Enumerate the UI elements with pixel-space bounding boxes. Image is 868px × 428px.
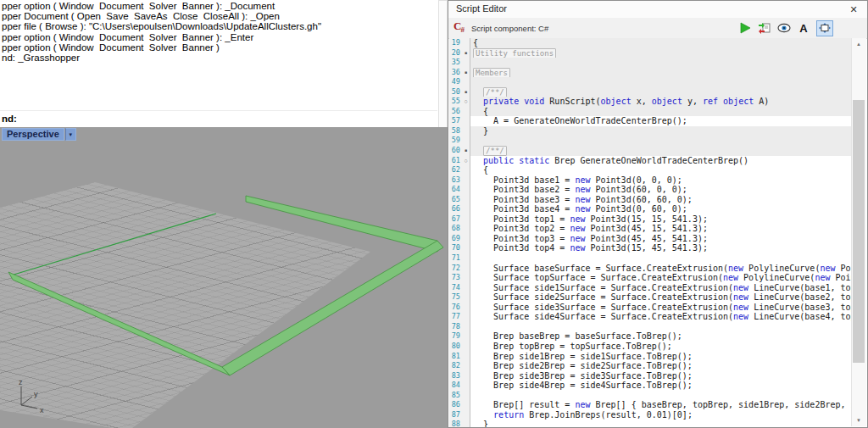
- code-line[interactable]: 87 return Brep.JoinBreps(result, 0.01)[0…: [449, 410, 852, 420]
- code-text[interactable]: }: [470, 126, 852, 136]
- code-line[interactable]: 57 A = GenerateOneWorldTradeCenterBrep()…: [449, 116, 852, 126]
- code-text[interactable]: Members: [470, 68, 852, 78]
- code-text[interactable]: Point3d top3 = new Point3d(45, 45, 541.3…: [470, 234, 852, 244]
- editor-scrollbar[interactable]: ▲ ▼: [851, 38, 866, 426]
- code-text[interactable]: /**/: [470, 87, 852, 97]
- fold-marker-icon[interactable]: ○: [462, 97, 470, 107]
- code-text[interactable]: return Brep.JoinBreps(result, 0.01)[0];: [470, 410, 852, 420]
- code-text[interactable]: Point3d top1 = new Point3d(15, 15, 541.3…: [470, 214, 852, 225]
- code-text[interactable]: private void RunScript(object x, object …: [470, 97, 852, 107]
- code-text[interactable]: Point3d base1 = new Point3d(0, 0, 0);: [470, 175, 852, 186]
- code-text[interactable]: Surface baseSurface = Surface.CreateExtr…: [470, 264, 852, 274]
- code-text[interactable]: Brep side4Brep = side4Surface.ToBrep();: [470, 381, 852, 391]
- code-text[interactable]: Brep baseBrep = baseSurface.ToBrep();: [470, 331, 852, 342]
- code-text[interactable]: [470, 322, 852, 332]
- code-text[interactable]: Point3d top2 = new Point3d(45, 15, 541.3…: [470, 224, 852, 234]
- code-line[interactable]: 58 }: [449, 126, 852, 136]
- code-text[interactable]: A = GenerateOneWorldTradeCenterBrep();: [470, 116, 852, 126]
- fold-marker-icon[interactable]: ○: [462, 156, 470, 166]
- tab-perspective[interactable]: Perspective: [2, 128, 64, 141]
- code-text[interactable]: [470, 58, 852, 68]
- code-line[interactable]: 85: [449, 391, 852, 401]
- code-text[interactable]: Surface side3Surface = Surface.CreateExt…: [470, 303, 852, 313]
- code-line[interactable]: 82 Brep side2Brep = side2Surface.ToBrep(…: [449, 361, 852, 371]
- code-text[interactable]: Surface side1Surface = Surface.CreateExt…: [470, 283, 852, 293]
- fold-marker-icon[interactable]: ■: [462, 68, 470, 78]
- viewport-tab-dropdown[interactable]: ▾: [65, 128, 76, 141]
- code-line[interactable]: 49: [449, 77, 852, 87]
- scroll-up-icon[interactable]: ▲: [852, 39, 865, 49]
- float-window-button[interactable]: [816, 20, 833, 36]
- code-text[interactable]: Point3d top4 = new Point3d(15, 45, 541.3…: [470, 243, 852, 253]
- code-line[interactable]: 66 Point3d base4 = new Point3d(0, 60, 0)…: [449, 204, 852, 214]
- perspective-viewport[interactable]: z y x Perspective ▾: [0, 127, 448, 428]
- code-line[interactable]: 67 Point3d top1 = new Point3d(15, 15, 54…: [449, 214, 852, 225]
- command-history-scrollbar[interactable]: [438, 0, 448, 129]
- code-text[interactable]: Utility functions: [470, 48, 852, 58]
- code-line[interactable]: 75 Surface side2Surface = Surface.Create…: [449, 292, 852, 303]
- code-text[interactable]: Brep topBrep = topSurface.ToBrep();: [470, 342, 852, 352]
- code-line[interactable]: 73 Surface topSurface = Surface.CreateEx…: [449, 273, 852, 283]
- code-line[interactable]: 77 Surface side4Surface = Surface.Create…: [449, 312, 852, 322]
- code-line[interactable]: 36■Members: [449, 68, 852, 78]
- code-text[interactable]: Surface side2Surface = Surface.CreateExt…: [470, 292, 852, 303]
- code-text[interactable]: {: [470, 107, 852, 117]
- script-editor-titlebar[interactable]: Script Editor ✕: [448, 1, 867, 19]
- preview-button[interactable]: [777, 21, 791, 35]
- code-line[interactable]: 84 Brep side4Brep = side4Surface.ToBrep(…: [449, 381, 852, 391]
- code-line[interactable]: 70 Point3d top4 = new Point3d(15, 45, 54…: [449, 243, 852, 253]
- code-text[interactable]: Point3d base3 = new Point3d(60, 60, 0);: [470, 195, 852, 205]
- code-line[interactable]: 76 Surface side3Surface = Surface.Create…: [449, 303, 852, 313]
- code-text[interactable]: Brep side3Brep = side3Surface.ToBrep();: [470, 371, 852, 381]
- code-line[interactable]: 80 Brep topBrep = topSurface.ToBrep();: [449, 342, 852, 352]
- code-text[interactable]: [470, 136, 852, 146]
- scrollbar-thumb[interactable]: [853, 100, 865, 363]
- code-line[interactable]: 19{: [449, 38, 852, 48]
- code-line[interactable]: 68 Point3d top2 = new Point3d(45, 15, 54…: [449, 224, 852, 234]
- close-icon[interactable]: ✕: [847, 3, 860, 16]
- code-line[interactable]: 79 Brep baseBrep = baseSurface.ToBrep();: [449, 331, 852, 342]
- code-line[interactable]: 56 {: [449, 107, 852, 117]
- code-rows[interactable]: 19{20■Utility functions3536■Members4950■…: [449, 38, 852, 427]
- code-line[interactable]: 62 {: [449, 165, 852, 175]
- code-line[interactable]: 88 }: [449, 420, 852, 427]
- fold-marker-icon[interactable]: ■: [462, 146, 470, 156]
- code-text[interactable]: {: [470, 165, 852, 175]
- code-line[interactable]: 69 Point3d top3 = new Point3d(45, 45, 54…: [449, 234, 852, 244]
- code-text[interactable]: Brep[] result = new Brep[] { baseBrep, t…: [470, 400, 852, 410]
- code-line[interactable]: 72 Surface baseSurface = Surface.CreateE…: [449, 264, 852, 274]
- code-text[interactable]: Brep side1Brep = side1Surface.ToBrep();: [470, 352, 852, 362]
- code-line[interactable]: 20■Utility functions: [449, 48, 852, 58]
- code-text[interactable]: {: [470, 38, 852, 48]
- code-text[interactable]: public static Brep GenerateOneWorldTrade…: [470, 156, 852, 166]
- code-text[interactable]: }: [470, 420, 852, 427]
- code-line[interactable]: 50■ /**/: [449, 87, 852, 97]
- code-text[interactable]: Point3d base2 = new Point3d(60, 0, 0);: [470, 185, 852, 195]
- fold-marker-icon[interactable]: ■: [462, 48, 470, 58]
- code-line[interactable]: 64 Point3d base2 = new Point3d(60, 0, 0)…: [449, 185, 852, 195]
- code-text[interactable]: /**/: [470, 146, 852, 156]
- code-line[interactable]: 65 Point3d base3 = new Point3d(60, 60, 0…: [449, 195, 852, 205]
- code-line[interactable]: 55○ private void RunScript(object x, obj…: [449, 97, 852, 107]
- code-line[interactable]: 78: [449, 322, 852, 332]
- code-line[interactable]: 60■ /**/: [449, 146, 852, 156]
- code-line[interactable]: 83 Brep side3Brep = side3Surface.ToBrep(…: [449, 371, 852, 381]
- code-line[interactable]: 63 Point3d base1 = new Point3d(0, 0, 0);: [449, 175, 852, 186]
- code-line[interactable]: 71: [449, 253, 852, 264]
- code-line[interactable]: 35: [449, 58, 852, 68]
- code-line[interactable]: 86 Brep[] result = new Brep[] { baseBrep…: [449, 400, 852, 410]
- fold-marker-icon[interactable]: ■: [462, 87, 470, 97]
- scroll-down-icon[interactable]: ▼: [852, 415, 865, 425]
- code-line[interactable]: 61○ public static Brep GenerateOneWorldT…: [449, 156, 852, 166]
- code-text[interactable]: Surface topSurface = Surface.CreateExtru…: [470, 273, 852, 283]
- code-line[interactable]: 59: [449, 136, 852, 146]
- code-text[interactable]: Surface side4Surface = Surface.CreateExt…: [470, 312, 852, 322]
- code-text[interactable]: [470, 253, 852, 264]
- code-text[interactable]: [470, 77, 852, 87]
- run-button[interactable]: [738, 21, 752, 35]
- code-text[interactable]: Point3d base4 = new Point3d(0, 60, 0);: [470, 204, 852, 214]
- code-text[interactable]: Brep side2Brep = side2Surface.ToBrep();: [470, 361, 852, 371]
- code-text[interactable]: [470, 391, 852, 401]
- code-line[interactable]: 74 Surface side1Surface = Surface.Create…: [449, 283, 852, 293]
- text-format-button[interactable]: A: [797, 21, 810, 35]
